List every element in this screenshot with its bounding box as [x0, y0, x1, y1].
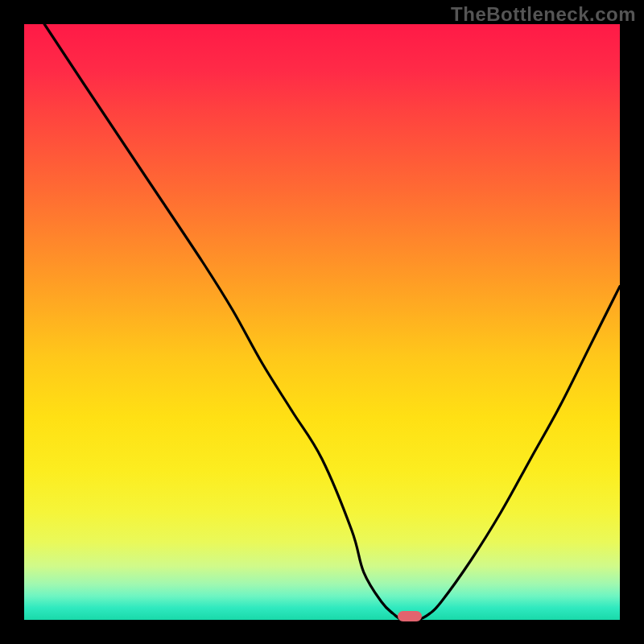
chart-frame: TheBottleneck.com: [0, 0, 644, 644]
watermark-text: TheBottleneck.com: [451, 3, 636, 26]
plot-area: [24, 24, 620, 620]
bottleneck-curve: [24, 24, 620, 620]
optimal-marker: [398, 611, 422, 621]
